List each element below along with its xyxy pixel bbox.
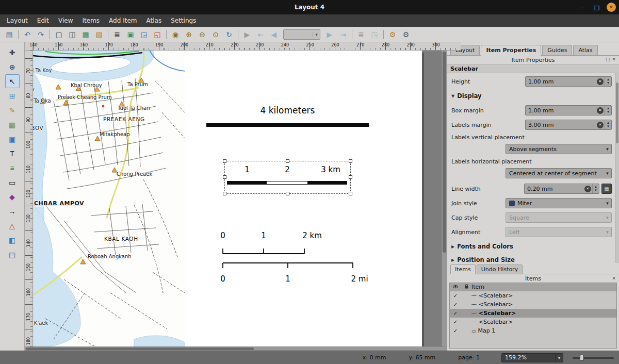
selection-handle[interactable] xyxy=(286,192,289,195)
selection-handle[interactable] xyxy=(223,175,226,179)
map-item-map1[interactable]: dei Ta KoyKbal ChrouyTa PrumSbovPreaek C… xyxy=(33,51,185,346)
layout-options-button[interactable]: ⚙ xyxy=(400,28,412,41)
move-item-content-tool[interactable]: ⊞ xyxy=(5,89,20,103)
add-legend-tool[interactable]: ≡ xyxy=(5,161,20,175)
display-group-header[interactable]: ▼ Display xyxy=(451,92,612,100)
item-row-scalebar-1[interactable]: ✓ ╌╌ <Scalebar> xyxy=(450,291,616,300)
spinner-arrows[interactable]: ▴▾ xyxy=(605,106,611,115)
menu-item[interactable]: Items xyxy=(78,14,105,27)
add-map-tool[interactable]: ▦ xyxy=(5,118,20,131)
height-spinbox[interactable]: 1.00 mm ✕ ▴▾ xyxy=(525,76,612,87)
item-row-scalebar-3[interactable]: ✓ ╌╌ <Scalebar> xyxy=(450,309,616,318)
panel-close-icon[interactable]: ✕ xyxy=(612,57,616,62)
line-width-spinbox[interactable]: 0.20 mm ✕ ▴▾ xyxy=(524,184,599,194)
duplicate-layout-button[interactable]: ◫ xyxy=(66,28,78,41)
add-scalebar-tool[interactable]: ▭ xyxy=(5,175,20,189)
refresh-view-button[interactable]: ↻ xyxy=(223,28,235,41)
fonts-and-colors-group-header[interactable]: ▶ Fonts and Colors xyxy=(451,242,612,251)
visibility-checkbox[interactable]: ✓ xyxy=(450,302,461,307)
visibility-checkbox[interactable]: ✓ xyxy=(450,310,461,316)
labels-vertical-placement-combo[interactable]: Above segments ▾ xyxy=(506,144,612,154)
tab-item-properties[interactable]: Item Properties xyxy=(481,45,541,56)
menu-item[interactable]: Layout xyxy=(2,14,32,27)
add-html-tool[interactable]: ◧ xyxy=(5,233,20,247)
zoom-level-combo[interactable]: 159.2% ▾ xyxy=(501,353,563,362)
clear-value-icon[interactable]: ✕ xyxy=(584,186,591,192)
zoom-out-button[interactable]: ⊖ xyxy=(196,28,208,41)
redo-button[interactable]: ↷ xyxy=(35,28,47,41)
preview-atlas-button[interactable]: ▶ xyxy=(241,28,253,41)
visibility-checkbox[interactable]: ✓ xyxy=(450,328,461,334)
scalebar-item-km-mi[interactable]: 0 1 2 km 0 xyxy=(219,231,373,286)
selection-handle[interactable] xyxy=(349,175,352,179)
zoom-slider-handle[interactable] xyxy=(580,355,584,361)
tab-items[interactable]: Items xyxy=(450,264,476,274)
pan-tool[interactable]: ✚ xyxy=(5,45,20,59)
data-defined-override-button[interactable]: ▦ xyxy=(601,184,612,194)
panel-float-icon[interactable]: ▢ xyxy=(606,57,610,62)
spinner-arrows[interactable]: ▴▾ xyxy=(592,184,599,193)
zoom-tool[interactable]: ⊕ xyxy=(5,60,20,74)
labels-margin-spinbox[interactable]: 3.00 mm ✕ ▴▾ xyxy=(525,120,612,130)
add-shape-tool[interactable]: ◆ xyxy=(5,190,20,204)
canvas-horizontal-scrollbar[interactable] xyxy=(25,346,447,351)
add-label-tool[interactable]: T xyxy=(5,146,20,160)
maximize-button[interactable]: □ xyxy=(592,3,601,12)
canvas-vertical-scrollbar[interactable] xyxy=(442,51,447,346)
layout-canvas[interactable]: dei Ta KoyKbal ChrouyTa PrumSbovPreaek C… xyxy=(33,51,442,346)
export-atlas-button[interactable]: ◳ xyxy=(368,28,381,41)
load-from-template-button[interactable]: ▧ xyxy=(93,28,105,41)
selection-handle[interactable] xyxy=(349,159,352,163)
panel-close-icon[interactable]: ✕ xyxy=(612,276,616,281)
selection-handle[interactable] xyxy=(349,192,352,195)
export-pdf-button[interactable]: ◱ xyxy=(151,28,164,41)
menu-item[interactable]: Settings xyxy=(166,14,201,27)
export-svg-button[interactable]: ◲ xyxy=(138,28,150,41)
atlas-settings-button[interactable]: ⚙ xyxy=(386,28,399,41)
menu-item[interactable]: Edit xyxy=(32,14,54,27)
close-button[interactable]: ✕ xyxy=(607,3,616,12)
selection-handle[interactable] xyxy=(223,159,226,163)
properties-scrollbar[interactable] xyxy=(615,73,619,263)
menu-item[interactable]: View xyxy=(54,14,77,27)
atlas-previous-feature-button[interactable]: ◀ xyxy=(268,28,280,41)
spinner-arrows[interactable]: ▴▾ xyxy=(605,77,611,86)
menu-item[interactable]: Atlas xyxy=(141,14,166,27)
visibility-checkbox[interactable]: ✓ xyxy=(450,319,461,325)
scalebar-item-selected[interactable]: 1 2 3 km xyxy=(224,161,351,194)
tab-atlas[interactable]: Atlas xyxy=(573,45,597,55)
clear-value-icon[interactable]: ✕ xyxy=(597,107,604,114)
selection-handle[interactable] xyxy=(223,192,226,195)
new-layout-button[interactable]: ▢ xyxy=(53,28,65,41)
atlas-next-feature-button[interactable]: ▶ xyxy=(323,28,336,41)
clear-value-icon[interactable]: ✕ xyxy=(597,78,604,85)
box-margin-spinbox[interactable]: 1.00 mm ✕ ▴▾ xyxy=(525,105,612,115)
item-row-scalebar-2[interactable]: ✓ ╌╌ <Scalebar> xyxy=(450,300,616,309)
minimize-button[interactable]: – xyxy=(578,3,587,12)
position-and-size-group-header[interactable]: ▶ Position and Size xyxy=(451,256,612,263)
add-arrow-tool[interactable]: → xyxy=(5,204,20,218)
clear-value-icon[interactable]: ✕ xyxy=(597,122,604,128)
scalebar-item-4km[interactable]: 4 kilometers xyxy=(206,105,369,127)
print-atlas-button[interactable]: ≣ xyxy=(355,28,367,41)
select-move-item-tool[interactable]: ↖ xyxy=(5,74,20,88)
spinner-arrows[interactable]: ▴▾ xyxy=(605,120,611,129)
labels-horizontal-placement-combo[interactable]: Centered at center of segment ▾ xyxy=(506,168,612,178)
add-node-item-tool[interactable]: △ xyxy=(5,219,20,233)
atlas-first-feature-button[interactable]: ⇤ xyxy=(254,28,267,41)
save-as-template-button[interactable]: ▦ xyxy=(79,28,92,41)
visibility-checkbox[interactable]: ✓ xyxy=(450,293,461,299)
zoom-slider[interactable] xyxy=(573,354,614,362)
print-layout-button[interactable]: ≣ xyxy=(111,28,123,41)
undo-button[interactable]: ↶ xyxy=(21,28,34,41)
tab-undo-history[interactable]: Undo History xyxy=(477,264,523,274)
edit-nodes-tool[interactable]: ✎ xyxy=(5,103,20,117)
tab-guides[interactable]: Guides xyxy=(542,45,572,55)
vertical-ruler[interactable]: 708090100110120130140150160170180 xyxy=(25,51,33,346)
selection-handle[interactable] xyxy=(286,159,289,163)
export-image-button[interactable]: ▣ xyxy=(124,28,137,41)
horizontal-ruler[interactable]: 1401501601701801902002102202302402502602… xyxy=(33,42,461,51)
add-attribute-table-tool[interactable]: ▤ xyxy=(5,247,20,261)
add-image-tool[interactable]: ▣ xyxy=(5,132,20,146)
save-project-button[interactable]: ▤ xyxy=(3,28,15,41)
